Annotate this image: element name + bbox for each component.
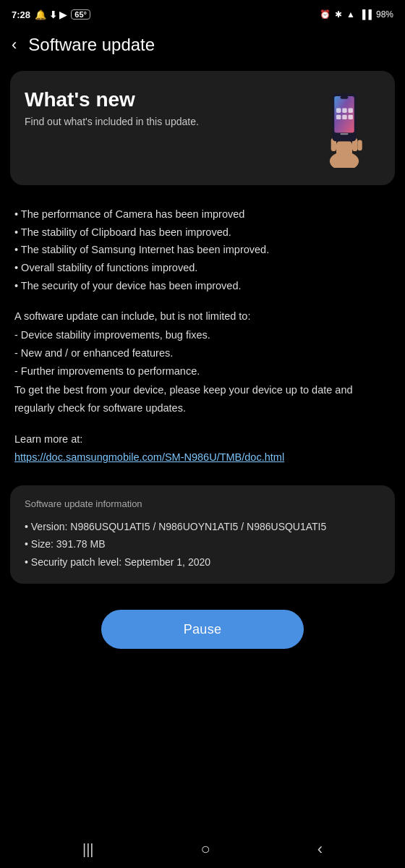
back-button[interactable]: ‹ [12, 35, 17, 54]
bluetooth-icon: ✱ [335, 9, 342, 20]
phone-image [315, 88, 380, 171]
svg-rect-11 [342, 115, 346, 119]
whats-new-heading: What's new [25, 88, 199, 111]
status-bar: 7:28 🔔 ⬇ ▶ 65° ⏰ ✱ ▲ ▐▐ 98% [0, 0, 405, 26]
svg-rect-6 [334, 96, 354, 132]
svg-rect-8 [342, 109, 346, 113]
update-version: • Version: N986USQU1ATI5 / N986UOYN1ATI5… [25, 518, 380, 536]
svg-rect-12 [349, 115, 353, 119]
home-button[interactable]: ○ [200, 840, 210, 859]
learn-more-block: Learn more at: https://doc.samsungmobile… [14, 430, 391, 466]
info-block: A software update can include, but is no… [14, 307, 391, 417]
notification-icons: 🔔 ⬇ ▶ [35, 9, 67, 20]
pause-button-area: Pause [0, 595, 405, 660]
signal-icon: ▐▐ [359, 9, 372, 20]
info-line-4: To get the best from your device, please… [14, 381, 391, 418]
learn-more-label: Learn more at: [14, 430, 391, 448]
info-line-2: - New and / or enhanced features. [14, 344, 391, 362]
wifi-icon: ▲ [346, 9, 355, 20]
whats-new-subtext: Find out what's included in this update. [25, 116, 199, 127]
svg-rect-9 [349, 109, 353, 113]
bullet-1: • The performance of Camera has been imp… [14, 205, 391, 224]
svg-rect-13 [341, 96, 349, 99]
update-security: • Security patch level: September 1, 202… [25, 553, 380, 571]
bullet-3: • The stability of Samsung Internet has … [14, 241, 391, 259]
battery-level: 98% [376, 9, 393, 20]
info-line-1: - Device stability improvements, bug fix… [14, 326, 391, 344]
learn-more-link[interactable]: https://doc.samsungmobile.com/SM-N986U/T… [14, 451, 284, 463]
pause-button[interactable]: Pause [101, 610, 304, 649]
status-left: 7:28 🔔 ⬇ ▶ 65° [12, 9, 90, 20]
svg-rect-1 [336, 141, 352, 164]
page-title: Software update [28, 35, 155, 55]
nav-bar: ||| ○ ‹ [0, 830, 405, 868]
back-nav-button[interactable]: ‹ [317, 840, 323, 859]
status-time: 7:28 [12, 9, 30, 20]
bullet-4: • Overall stability of functions improve… [14, 259, 391, 277]
whats-new-card: What's new Find out what's included in t… [10, 71, 395, 185]
status-right: ⏰ ✱ ▲ ▐▐ 98% [320, 9, 393, 20]
info-intro: A software update can include, but is no… [14, 307, 391, 326]
svg-rect-7 [336, 109, 341, 113]
header: ‹ Software update [0, 26, 405, 64]
svg-rect-10 [336, 115, 341, 119]
bullet-2: • The stability of Clipboard has been im… [14, 224, 391, 242]
svg-rect-14 [341, 133, 349, 135]
bullet-5: • The security of your device has been i… [14, 277, 391, 295]
whats-new-text: What's new Find out what's included in t… [25, 88, 199, 127]
alarm-icon: ⏰ [320, 9, 331, 20]
info-line-3: - Further improvements to performance. [14, 362, 391, 380]
update-info-title: Software update information [25, 498, 380, 509]
update-info-card: Software update information • Version: N… [10, 485, 395, 584]
update-size: • Size: 391.78 MB [25, 535, 380, 553]
bullet-list: • The performance of Camera has been imp… [14, 205, 391, 294]
content-area: • The performance of Camera has been imp… [0, 192, 405, 474]
temp-badge: 65° [71, 9, 90, 20]
phone-illustration [315, 88, 373, 168]
svg-rect-4 [357, 140, 362, 151]
recent-apps-button[interactable]: ||| [82, 841, 94, 858]
